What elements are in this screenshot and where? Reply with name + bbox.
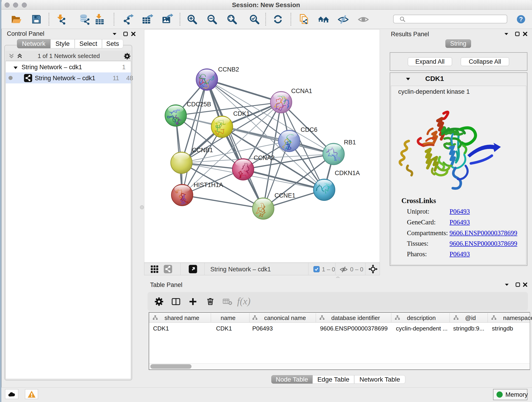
svg-text:CCNA2: CCNA2 xyxy=(254,154,275,161)
svg-text:RB1: RB1 xyxy=(344,139,356,146)
svg-text:HIST1H1A: HIST1H1A xyxy=(194,182,223,188)
svg-text:CDC25B: CDC25B xyxy=(187,101,211,108)
svg-text:CCNB2: CCNB2 xyxy=(218,66,239,73)
svg-text:CDC6: CDC6 xyxy=(301,126,317,133)
svg-text:CDK1: CDK1 xyxy=(233,110,250,117)
svg-text:CCNB1: CCNB1 xyxy=(192,147,213,153)
svg-text:CCNA1: CCNA1 xyxy=(291,88,312,95)
svg-text:CCNE1: CCNE1 xyxy=(274,192,296,199)
svg-text:CDKN1A: CDKN1A xyxy=(335,170,360,177)
